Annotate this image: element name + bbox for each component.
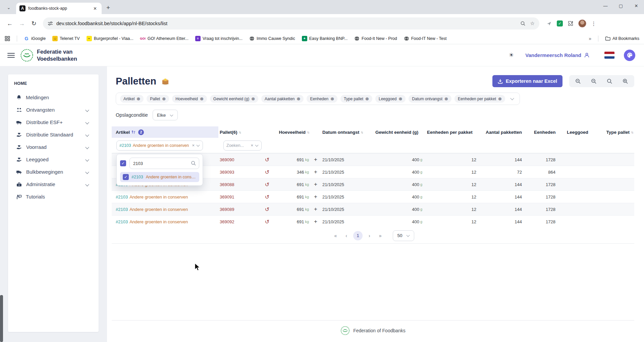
pallet-number[interactable]: 369091: [220, 194, 234, 199]
clear-filter-icon[interactable]: ×: [251, 143, 253, 148]
history-icon[interactable]: ↺: [265, 194, 269, 200]
forward-icon[interactable]: →: [17, 20, 27, 27]
expand-plus-icon[interactable]: +: [310, 218, 321, 225]
history-icon[interactable]: ↺: [265, 157, 269, 163]
sidebar-item-meldingen[interactable]: Meldingen: [14, 91, 93, 104]
language-flag-nl[interactable]: [604, 52, 614, 59]
history-icon[interactable]: ↺: [265, 219, 269, 225]
search-icon[interactable]: [607, 78, 612, 84]
history-icon[interactable]: ↺: [265, 169, 269, 175]
bookmark-foodit-test[interactable]: Food-IT New - Test: [404, 36, 447, 41]
table-row[interactable]: #2103Andere groenten in conserven 369092…: [112, 215, 634, 228]
select-all-checkbox[interactable]: ✓: [120, 160, 126, 166]
pallet-number[interactable]: 369092: [220, 219, 234, 224]
export-excel-button[interactable]: Exporteren naar Excel: [492, 75, 562, 87]
expand-plus-icon[interactable]: +: [310, 193, 321, 200]
clear-filter-icon[interactable]: ×: [192, 143, 195, 148]
history-icon[interactable]: ↺: [265, 181, 269, 188]
chip-remove-icon[interactable]: ⊗: [200, 96, 204, 101]
browser-tab[interactable]: A foodbanks-stock-app ✕: [16, 3, 102, 14]
sidebar-item-voorraad[interactable]: Voorraad: [14, 141, 93, 153]
table-row[interactable]: #2103Andere groenten in conserven 369091…: [112, 190, 634, 203]
option-checkbox[interactable]: ✓: [123, 174, 129, 180]
zoom-page-icon[interactable]: [520, 21, 526, 26]
site-settings-icon[interactable]: [48, 21, 53, 26]
tab-search-icon[interactable]: ⌄: [4, 3, 13, 12]
bookmark-go-atheneum[interactable]: GO!GO! Atheneum Etter...: [140, 36, 189, 41]
chip-remove-icon[interactable]: ⊗: [297, 96, 301, 101]
zoom-in-icon[interactable]: [623, 78, 628, 84]
pallet-number[interactable]: 369090: [220, 157, 234, 162]
chip-remove-icon[interactable]: ⊗: [365, 96, 369, 101]
previous-page-icon[interactable]: ‹: [343, 233, 350, 238]
chevron-down-icon[interactable]: [255, 144, 259, 147]
chrome-menu-icon[interactable]: ⋮: [591, 20, 596, 27]
user-menu[interactable]: Vandermeersch Roland: [525, 52, 590, 58]
artikel-filter-select[interactable]: #2103 Andere groenten in conserven ×: [116, 140, 203, 151]
sidebar-item-distributie-standaard[interactable]: Distributie Standaard: [14, 128, 93, 141]
sidebar-item-ontvangsten[interactable]: Ontvangsten: [14, 104, 93, 116]
dropdown-search-input[interactable]: [129, 158, 199, 169]
page-size-select[interactable]: 50: [393, 230, 414, 241]
column-header-aantal-pakketten[interactable]: Aantal pakketten: [484, 130, 525, 135]
sidebar-item-tutorials[interactable]: Tutorials: [14, 190, 93, 203]
bookmark-foodit-prod[interactable]: Food-It New - Prod: [354, 36, 397, 41]
chip-aantal-pakketten[interactable]: Aantal pakketten⊗: [261, 95, 304, 103]
bookmark-immo-cauwe[interactable]: Immo Cauwe Syndic: [249, 36, 295, 41]
storage-condition-select[interactable]: Elke: [153, 110, 178, 120]
chip-remove-icon[interactable]: ⊗: [251, 96, 255, 101]
chip-hoeveelheid[interactable]: Hoeveelheid⊗: [172, 95, 207, 103]
column-header-eenheden[interactable]: Eenheden: [525, 130, 566, 135]
expand-plus-icon[interactable]: +: [310, 206, 321, 213]
first-page-icon[interactable]: «: [332, 233, 340, 238]
chip-remove-icon[interactable]: ⊗: [498, 96, 502, 101]
expand-plus-icon[interactable]: +: [310, 156, 321, 163]
minimize-button[interactable]: —: [598, 0, 613, 11]
chip-remove-icon[interactable]: ⊗: [330, 96, 334, 101]
chip-artikel[interactable]: Artikel⊗: [120, 95, 144, 103]
extension-icon-green-check[interactable]: ✓: [557, 20, 563, 26]
pallet-filter-select[interactable]: Zoeken... ×: [223, 140, 262, 151]
column-header-leeggoed[interactable]: Leeggoed: [566, 130, 596, 135]
address-bar[interactable]: dev.stock.foodbanksit.be/stock/app/nl-BE…: [43, 17, 539, 30]
zoom-out-icon[interactable]: [591, 78, 597, 84]
column-header-artikel[interactable]: Artikel 2: [112, 126, 218, 138]
column-header-datum-ontvangst[interactable]: Datum ontvangst↑↓: [321, 130, 374, 135]
theme-toggle-icon[interactable]: ☀: [509, 52, 514, 59]
pallet-number[interactable]: 369088: [220, 182, 234, 187]
chip-datum-ontvangst[interactable]: Datum ontvangst⊗: [409, 95, 451, 103]
column-header-type-pallet[interactable]: Type pallet↑↓: [596, 130, 634, 135]
expand-plus-icon[interactable]: +: [310, 169, 321, 175]
apps-grid-icon[interactable]: [5, 36, 10, 41]
chevron-down-icon[interactable]: [197, 144, 200, 147]
url-text[interactable]: dev.stock.foodbanksit.be/stock/app/nl-BE…: [56, 21, 516, 26]
bookmark-telenet[interactable]: ☺Telenet TV: [52, 36, 80, 41]
chip-type-pallet[interactable]: Type pallet⊗: [340, 95, 372, 103]
dropdown-option-2103[interactable]: ✓ #2103 Andere groenten in conserven: [120, 172, 199, 182]
column-header-pallet[interactable]: Pallet(6)↑↓: [218, 130, 278, 135]
bookmark-igoogle[interactable]: GiGoogle: [24, 36, 46, 41]
next-page-icon[interactable]: ›: [366, 233, 373, 238]
left-edge-scrollbar[interactable]: [0, 295, 3, 342]
all-bookmarks[interactable]: All Bookmarks: [605, 36, 639, 41]
reload-icon[interactable]: ↻: [29, 20, 39, 27]
extensions-puzzle-icon[interactable]: [568, 20, 574, 26]
sidebar-item-leeggoed[interactable]: Leeggoed: [14, 153, 93, 166]
profile-avatar[interactable]: [578, 19, 586, 27]
current-page[interactable]: 1: [353, 231, 363, 240]
chip-remove-icon[interactable]: ⊗: [162, 96, 166, 101]
pallet-number[interactable]: 369093: [220, 170, 234, 175]
chip-eenheden[interactable]: Eenheden⊗: [307, 95, 337, 103]
chip-eenheden-per-pakket[interactable]: Eenheden per pakket⊗: [454, 95, 505, 103]
bookmarks-overflow-icon[interactable]: »: [589, 36, 591, 41]
back-icon[interactable]: ←: [5, 20, 15, 27]
hamburger-menu-icon[interactable]: [7, 53, 15, 58]
chip-leeggoed[interactable]: Leeggoed⊗: [375, 95, 406, 103]
bookmark-burgerprofiel[interactable]: ⌁Burgerprofiel - Vlaa...: [87, 36, 133, 41]
sidebar-item-bulkbewegingen[interactable]: Bulkbewegingen: [14, 166, 93, 178]
chip-pallet[interactable]: Pallet⊗: [147, 95, 169, 103]
bookmark-vraag-inschrijving[interactable]: ≡Vraag tot inschrijvin...: [195, 36, 243, 41]
chip-remove-icon[interactable]: ⊗: [398, 96, 402, 101]
chip-remove-icon[interactable]: ⊗: [444, 96, 448, 101]
chevron-down-icon[interactable]: [510, 96, 514, 100]
